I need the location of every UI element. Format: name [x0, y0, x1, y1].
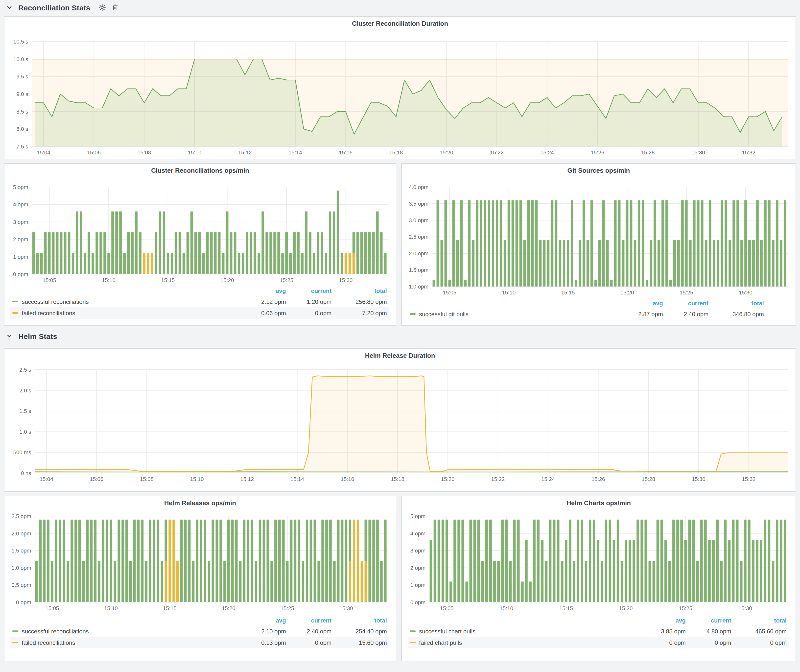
legend-header-total[interactable]: total — [331, 617, 387, 624]
svg-text:15:10: 15:10 — [190, 476, 203, 482]
svg-text:5 opm: 5 opm — [13, 184, 28, 190]
panel-cluster-reconciliations-ops: Cluster Reconciliations ops/min 15:0515:… — [4, 163, 396, 326]
svg-text:2.5 opm: 2.5 opm — [12, 513, 31, 519]
svg-text:0.5 opm: 0.5 opm — [12, 582, 31, 588]
legend-total-value: 465.60 opm — [731, 628, 787, 635]
svg-text:15:18: 15:18 — [389, 149, 403, 156]
svg-text:7.5 s: 7.5 s — [16, 144, 28, 150]
svg-text:15:08: 15:08 — [140, 476, 154, 482]
legend-header-total[interactable]: total — [331, 288, 387, 294]
svg-text:3.5 opm: 3.5 opm — [409, 201, 429, 207]
legend-avg-value: 2.10 opm — [242, 628, 286, 635]
panel-title[interactable]: Helm Releases ops/min — [5, 499, 396, 507]
cluster-reconciliation-duration-chart[interactable]: 15:0415:0615:0815:1015:1215:1415:1615:18… — [5, 17, 795, 159]
legend-series-toggle[interactable]: successful git pulls — [410, 310, 618, 317]
svg-text:15:30: 15:30 — [692, 476, 705, 482]
svg-text:15:30: 15:30 — [739, 290, 752, 296]
legend-row-failed: failed reconciliations 0.06 opm 0 opm 7.… — [10, 307, 389, 319]
svg-text:15:06: 15:06 — [90, 476, 103, 482]
legend-series-toggle[interactable]: failed reconciliations — [12, 310, 242, 317]
trash-icon[interactable] — [111, 3, 120, 12]
svg-text:3 opm: 3 opm — [410, 547, 426, 554]
svg-text:15:26: 15:26 — [591, 149, 604, 156]
legend-total-value: 254.40 opm — [331, 628, 387, 635]
svg-text:15:12: 15:12 — [240, 476, 254, 482]
helm-release-duration-chart[interactable]: 15:0415:0615:0815:1015:1215:1415:1615:18… — [5, 349, 795, 491]
svg-text:15:24: 15:24 — [540, 149, 554, 156]
svg-text:15:05: 15:05 — [43, 277, 56, 283]
legend-series-toggle[interactable]: successful reconciliations — [12, 298, 242, 305]
svg-text:15:10: 15:10 — [500, 605, 513, 611]
legend-row-failed: failed chart pulls 0 opm 0 opm 0 opm — [408, 637, 789, 648]
svg-text:2.0 opm: 2.0 opm — [409, 250, 429, 257]
panel-helm-releases-ops: Helm Releases ops/min 15:0515:1015:1515:… — [4, 496, 396, 661]
legend-row-successful: successful git pulls 2.87 opm 2.40 opm 3… — [408, 308, 766, 320]
series-color-dash — [12, 642, 18, 643]
panel-title[interactable]: Cluster Reconciliations ops/min — [5, 167, 396, 174]
svg-text:2 opm: 2 opm — [13, 236, 28, 242]
legend-series-toggle[interactable]: successful chart pulls — [410, 628, 641, 635]
legend-header-avg[interactable]: avg — [641, 617, 686, 624]
svg-text:4 opm: 4 opm — [410, 530, 426, 537]
legend-avg-value: 3.85 opm — [641, 628, 686, 635]
chevron-down-icon[interactable] — [5, 331, 14, 341]
svg-text:15:10: 15:10 — [188, 149, 202, 156]
svg-text:9.5 s: 9.5 s — [16, 74, 28, 80]
svg-text:2.5 s: 2.5 s — [19, 367, 31, 373]
svg-text:15:10: 15:10 — [502, 290, 515, 296]
section-title[interactable]: Reconciliation Stats — [18, 3, 90, 12]
legend-series-toggle[interactable]: failed reconciliations — [12, 639, 242, 646]
svg-text:15:15: 15:15 — [561, 290, 575, 296]
legend-header-current[interactable]: current — [663, 300, 709, 307]
section-header-helm-stats[interactable]: Helm Stats — [0, 329, 800, 343]
legend-row-failed: failed reconciliations 0.13 opm 0 opm 15… — [10, 637, 389, 648]
legend-row-successful: successful reconciliations 2.12 opm 1.20… — [10, 296, 389, 307]
svg-text:1.5 opm: 1.5 opm — [12, 547, 31, 554]
svg-text:15:32: 15:32 — [742, 149, 755, 156]
chevron-down-icon[interactable] — [5, 3, 14, 12]
legend: avg current total successful git pulls 2… — [408, 298, 766, 320]
panel-cluster-reconciliation-duration: Cluster Reconciliation Duration 15:0415:… — [4, 16, 796, 159]
legend-header-total[interactable]: total — [709, 300, 764, 307]
svg-text:15:14: 15:14 — [290, 476, 304, 482]
svg-text:15:20: 15:20 — [222, 605, 235, 611]
series-color-dash — [12, 312, 18, 314]
legend-series-toggle[interactable]: successful reconciliations — [12, 628, 242, 635]
legend-row-successful: successful chart pulls 3.85 opm 4.80 opm… — [408, 626, 789, 637]
svg-text:9.0 s: 9.0 s — [16, 91, 28, 97]
svg-text:15:30: 15:30 — [738, 605, 752, 611]
svg-text:15:30: 15:30 — [339, 277, 352, 283]
svg-text:15:18: 15:18 — [391, 476, 405, 482]
gear-icon[interactable] — [98, 3, 107, 12]
panel-title[interactable]: Helm Release Duration — [5, 352, 795, 359]
svg-text:15:05: 15:05 — [443, 290, 456, 296]
svg-text:15:25: 15:25 — [680, 290, 693, 296]
svg-text:15:25: 15:25 — [679, 605, 693, 611]
panel-helm-charts-ops: Helm Charts ops/min 15:0515:1015:1515:20… — [401, 496, 796, 661]
legend-total-value: 7.20 opm — [331, 310, 387, 317]
legend-series-toggle[interactable]: failed chart pulls — [410, 639, 641, 646]
svg-text:2.5 opm: 2.5 opm — [409, 234, 429, 240]
section-header-reconciliation-stats[interactable]: Reconciliation Stats — [0, 0, 800, 15]
panel-title[interactable]: Helm Charts ops/min — [402, 499, 795, 507]
svg-text:15:08: 15:08 — [137, 149, 151, 156]
legend-avg-value: 2.12 opm — [242, 298, 286, 305]
legend-total-value: 15.60 opm — [331, 639, 387, 646]
svg-text:15:10: 15:10 — [104, 605, 118, 611]
panel-title[interactable]: Cluster Reconciliation Duration — [5, 20, 795, 27]
legend-header-avg[interactable]: avg — [242, 288, 286, 294]
svg-text:15:20: 15:20 — [619, 605, 632, 611]
legend-header-avg[interactable]: avg — [618, 300, 663, 307]
panel-title[interactable]: Git Sources ops/min — [402, 167, 795, 174]
legend-header-avg[interactable]: avg — [242, 617, 286, 624]
legend-header-current[interactable]: current — [286, 288, 331, 294]
legend-header-current[interactable]: current — [286, 617, 331, 624]
svg-text:15:22: 15:22 — [491, 476, 505, 482]
svg-text:15:10: 15:10 — [102, 277, 115, 283]
section-title[interactable]: Helm Stats — [18, 332, 57, 340]
legend-header-total[interactable]: total — [731, 617, 787, 624]
legend-header-current[interactable]: current — [686, 617, 731, 624]
svg-text:15:15: 15:15 — [163, 605, 177, 611]
series-color-dash — [12, 301, 18, 302]
legend-avg-value: 0.13 opm — [242, 639, 286, 646]
